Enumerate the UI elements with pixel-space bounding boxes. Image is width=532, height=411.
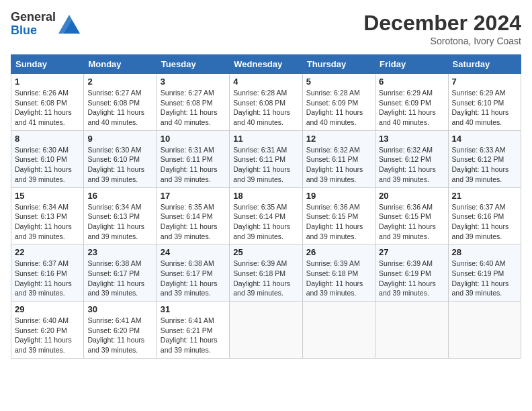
day-number: 23	[87, 247, 152, 257]
table-row: 29Sunrise: 6:40 AM Sunset: 6:20 PM Dayli…	[11, 302, 84, 359]
day-number: 8	[15, 134, 80, 144]
day-info: Sunrise: 6:32 AM Sunset: 6:12 PM Dayligh…	[379, 145, 444, 185]
title-block: December 2024 Sorotona, Ivory Coast	[363, 11, 521, 46]
table-row: 20Sunrise: 6:36 AM Sunset: 6:15 PM Dayli…	[375, 187, 448, 244]
day-info: Sunrise: 6:41 AM Sunset: 6:21 PM Dayligh…	[161, 316, 226, 355]
day-number: 19	[306, 191, 371, 201]
day-number: 6	[379, 77, 444, 87]
calendar-table: Sunday Monday Tuesday Wednesday Thursday…	[11, 54, 521, 359]
table-row: 22Sunrise: 6:37 AM Sunset: 6:16 PM Dayli…	[11, 244, 84, 302]
table-row: 9Sunrise: 6:30 AM Sunset: 6:10 PM Daylig…	[84, 130, 157, 187]
logo: General Blue	[11, 11, 80, 38]
table-row: 6Sunrise: 6:29 AM Sunset: 6:09 PM Daylig…	[375, 74, 448, 131]
day-info: Sunrise: 6:40 AM Sunset: 6:20 PM Dayligh…	[15, 316, 80, 355]
table-row	[448, 302, 521, 359]
day-info: Sunrise: 6:31 AM Sunset: 6:11 PM Dayligh…	[233, 145, 298, 185]
table-row: 13Sunrise: 6:32 AM Sunset: 6:12 PM Dayli…	[375, 130, 448, 187]
day-info: Sunrise: 6:33 AM Sunset: 6:12 PM Dayligh…	[452, 145, 517, 185]
day-info: Sunrise: 6:31 AM Sunset: 6:11 PM Dayligh…	[161, 145, 226, 185]
day-number: 9	[87, 134, 152, 144]
col-wednesday: Wednesday	[230, 55, 302, 74]
day-number: 10	[161, 134, 226, 144]
table-row: 1Sunrise: 6:26 AM Sunset: 6:08 PM Daylig…	[11, 74, 84, 131]
day-number: 13	[379, 134, 444, 144]
logo-icon	[58, 15, 80, 34]
day-info: Sunrise: 6:30 AM Sunset: 6:10 PM Dayligh…	[87, 145, 152, 185]
day-number: 29	[15, 304, 80, 314]
day-info: Sunrise: 6:36 AM Sunset: 6:15 PM Dayligh…	[379, 202, 444, 242]
table-row: 4Sunrise: 6:28 AM Sunset: 6:08 PM Daylig…	[230, 74, 302, 131]
table-row: 3Sunrise: 6:27 AM Sunset: 6:08 PM Daylig…	[157, 74, 229, 131]
table-row: 5Sunrise: 6:28 AM Sunset: 6:09 PM Daylig…	[302, 74, 375, 131]
day-number: 11	[233, 134, 298, 144]
table-row: 17Sunrise: 6:35 AM Sunset: 6:14 PM Dayli…	[157, 187, 229, 244]
day-info: Sunrise: 6:28 AM Sunset: 6:09 PM Dayligh…	[306, 88, 371, 128]
day-number: 12	[306, 134, 371, 144]
col-friday: Friday	[375, 55, 448, 74]
calendar-week-row: 8Sunrise: 6:30 AM Sunset: 6:10 PM Daylig…	[11, 130, 521, 187]
day-number: 14	[452, 134, 517, 144]
table-row: 2Sunrise: 6:27 AM Sunset: 6:08 PM Daylig…	[84, 74, 157, 131]
table-row: 31Sunrise: 6:41 AM Sunset: 6:21 PM Dayli…	[157, 302, 229, 359]
day-info: Sunrise: 6:35 AM Sunset: 6:14 PM Dayligh…	[233, 202, 298, 242]
day-info: Sunrise: 6:38 AM Sunset: 6:17 PM Dayligh…	[161, 259, 226, 298]
day-number: 30	[87, 304, 152, 314]
day-info: Sunrise: 6:39 AM Sunset: 6:18 PM Dayligh…	[306, 259, 371, 298]
col-monday: Monday	[84, 55, 157, 74]
day-number: 26	[306, 247, 371, 257]
day-info: Sunrise: 6:34 AM Sunset: 6:13 PM Dayligh…	[15, 202, 80, 242]
calendar-week-row: 22Sunrise: 6:37 AM Sunset: 6:16 PM Dayli…	[11, 244, 521, 302]
location-subtitle: Sorotona, Ivory Coast	[363, 36, 521, 46]
day-info: Sunrise: 6:30 AM Sunset: 6:10 PM Dayligh…	[15, 145, 80, 185]
calendar-week-row: 15Sunrise: 6:34 AM Sunset: 6:13 PM Dayli…	[11, 187, 521, 244]
day-number: 21	[452, 191, 517, 201]
col-tuesday: Tuesday	[157, 55, 229, 74]
day-number: 16	[87, 191, 152, 201]
table-row	[230, 302, 302, 359]
day-info: Sunrise: 6:27 AM Sunset: 6:08 PM Dayligh…	[161, 88, 226, 128]
day-info: Sunrise: 6:39 AM Sunset: 6:18 PM Dayligh…	[233, 259, 298, 298]
day-info: Sunrise: 6:41 AM Sunset: 6:20 PM Dayligh…	[87, 316, 152, 355]
day-info: Sunrise: 6:35 AM Sunset: 6:14 PM Dayligh…	[161, 202, 226, 242]
logo-general: General	[11, 10, 56, 24]
calendar-header-row: Sunday Monday Tuesday Wednesday Thursday…	[11, 55, 521, 74]
day-info: Sunrise: 6:32 AM Sunset: 6:11 PM Dayligh…	[306, 145, 371, 185]
day-number: 5	[306, 77, 371, 87]
col-sunday: Sunday	[11, 55, 84, 74]
day-number: 17	[161, 191, 226, 201]
table-row: 28Sunrise: 6:40 AM Sunset: 6:19 PM Dayli…	[448, 244, 521, 302]
col-thursday: Thursday	[302, 55, 375, 74]
day-info: Sunrise: 6:34 AM Sunset: 6:13 PM Dayligh…	[87, 202, 152, 242]
day-info: Sunrise: 6:29 AM Sunset: 6:10 PM Dayligh…	[452, 88, 517, 128]
day-info: Sunrise: 6:27 AM Sunset: 6:08 PM Dayligh…	[87, 88, 152, 128]
day-number: 3	[161, 77, 226, 87]
table-row: 8Sunrise: 6:30 AM Sunset: 6:10 PM Daylig…	[11, 130, 84, 187]
day-info: Sunrise: 6:40 AM Sunset: 6:19 PM Dayligh…	[452, 259, 517, 298]
day-number: 25	[233, 247, 298, 257]
day-info: Sunrise: 6:37 AM Sunset: 6:16 PM Dayligh…	[15, 259, 80, 298]
day-info: Sunrise: 6:29 AM Sunset: 6:09 PM Dayligh…	[379, 88, 444, 128]
day-number: 18	[233, 191, 298, 201]
day-number: 22	[15, 247, 80, 257]
table-row: 25Sunrise: 6:39 AM Sunset: 6:18 PM Dayli…	[230, 244, 302, 302]
col-saturday: Saturday	[448, 55, 521, 74]
table-row: 21Sunrise: 6:37 AM Sunset: 6:16 PM Dayli…	[448, 187, 521, 244]
day-number: 4	[233, 77, 298, 87]
day-number: 28	[452, 247, 517, 257]
calendar-week-row: 29Sunrise: 6:40 AM Sunset: 6:20 PM Dayli…	[11, 302, 521, 359]
table-row: 16Sunrise: 6:34 AM Sunset: 6:13 PM Dayli…	[84, 187, 157, 244]
table-row: 24Sunrise: 6:38 AM Sunset: 6:17 PM Dayli…	[157, 244, 229, 302]
table-row: 11Sunrise: 6:31 AM Sunset: 6:11 PM Dayli…	[230, 130, 302, 187]
day-info: Sunrise: 6:38 AM Sunset: 6:17 PM Dayligh…	[87, 259, 152, 298]
day-info: Sunrise: 6:39 AM Sunset: 6:19 PM Dayligh…	[379, 259, 444, 298]
page-header: General Blue December 2024 Sorotona, Ivo…	[11, 11, 521, 46]
table-row: 19Sunrise: 6:36 AM Sunset: 6:15 PM Dayli…	[302, 187, 375, 244]
day-info: Sunrise: 6:36 AM Sunset: 6:15 PM Dayligh…	[306, 202, 371, 242]
table-row	[302, 302, 375, 359]
table-row: 27Sunrise: 6:39 AM Sunset: 6:19 PM Dayli…	[375, 244, 448, 302]
table-row: 15Sunrise: 6:34 AM Sunset: 6:13 PM Dayli…	[11, 187, 84, 244]
day-number: 1	[15, 77, 80, 87]
day-info: Sunrise: 6:37 AM Sunset: 6:16 PM Dayligh…	[452, 202, 517, 242]
table-row	[375, 302, 448, 359]
table-row: 12Sunrise: 6:32 AM Sunset: 6:11 PM Dayli…	[302, 130, 375, 187]
